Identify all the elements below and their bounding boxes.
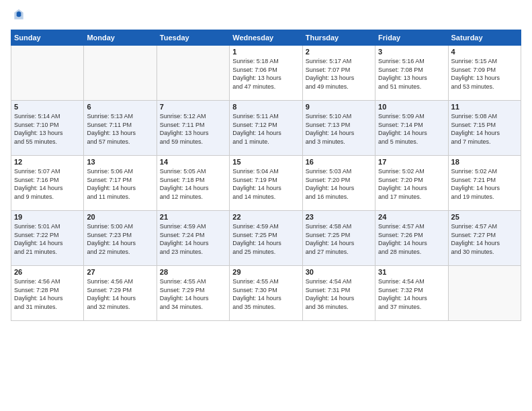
calendar-cell: 6Sunrise: 5:13 AMSunset: 7:11 PMDaylight… [84,101,157,156]
week-row-3: 19Sunrise: 5:01 AMSunset: 7:22 PMDayligh… [11,211,521,266]
day-info: Sunrise: 5:11 AMSunset: 7:12 PMDaylight:… [232,112,299,146]
calendar-cell: 21Sunrise: 4:59 AMSunset: 7:24 PMDayligh… [157,211,229,266]
day-number: 7 [160,103,226,111]
day-number: 17 [378,158,445,166]
week-row-2: 12Sunrise: 5:07 AMSunset: 7:16 PMDayligh… [11,156,521,211]
calendar-cell: 9Sunrise: 5:10 AMSunset: 7:13 PMDaylight… [302,101,375,156]
day-number: 10 [378,103,445,111]
calendar-cell [84,46,157,101]
calendar-page: SundayMondayTuesdayWednesdayThursdayFrid… [0,0,532,411]
calendar-cell: 22Sunrise: 4:59 AMSunset: 7:25 PMDayligh… [230,211,302,266]
calendar-cell: 7Sunrise: 5:12 AMSunset: 7:11 PMDaylight… [157,101,229,156]
weekday-header-saturday: Saturday [448,30,521,46]
day-number: 18 [451,158,518,166]
weekday-header-monday: Monday [84,30,157,46]
calendar-cell: 12Sunrise: 5:07 AMSunset: 7:16 PMDayligh… [11,156,84,211]
day-info: Sunrise: 4:58 AMSunset: 7:25 PMDaylight:… [306,222,372,256]
day-info: Sunrise: 5:06 AMSunset: 7:17 PMDaylight:… [87,167,153,201]
weekday-header-sunday: Sunday [11,30,84,46]
calendar-cell: 16Sunrise: 5:03 AMSunset: 7:20 PMDayligh… [302,156,375,211]
day-number: 6 [87,103,153,111]
day-number: 30 [306,268,372,276]
day-number: 29 [232,268,299,276]
calendar-cell: 25Sunrise: 4:57 AMSunset: 7:27 PMDayligh… [448,211,521,266]
calendar-cell: 4Sunrise: 5:15 AMSunset: 7:09 PMDaylight… [448,46,521,101]
weekday-header-row: SundayMondayTuesdayWednesdayThursdayFrid… [11,30,521,46]
calendar-cell: 18Sunrise: 5:02 AMSunset: 7:21 PMDayligh… [448,156,521,211]
day-info: Sunrise: 4:57 AMSunset: 7:27 PMDaylight:… [451,222,518,256]
day-info: Sunrise: 5:13 AMSunset: 7:11 PMDaylight:… [87,112,153,146]
calendar-cell: 15Sunrise: 5:04 AMSunset: 7:19 PMDayligh… [230,156,302,211]
calendar-cell: 28Sunrise: 4:55 AMSunset: 7:29 PMDayligh… [157,266,229,321]
calendar-cell: 10Sunrise: 5:09 AMSunset: 7:14 PMDayligh… [375,101,448,156]
day-info: Sunrise: 5:02 AMSunset: 7:20 PMDaylight:… [378,167,445,201]
calendar-cell: 26Sunrise: 4:56 AMSunset: 7:28 PMDayligh… [11,266,84,321]
day-number: 14 [160,158,226,166]
day-info: Sunrise: 4:54 AMSunset: 7:32 PMDaylight:… [378,277,445,311]
week-row-0: 1Sunrise: 5:18 AMSunset: 7:06 PMDaylight… [11,46,521,101]
calendar-cell: 5Sunrise: 5:14 AMSunset: 7:10 PMDaylight… [11,101,84,156]
day-number: 1 [232,48,299,56]
day-number: 5 [14,103,81,111]
calendar-cell: 20Sunrise: 5:00 AMSunset: 7:23 PMDayligh… [84,211,157,266]
day-info: Sunrise: 5:18 AMSunset: 7:06 PMDaylight:… [232,57,299,91]
day-number: 8 [232,103,299,111]
day-info: Sunrise: 5:05 AMSunset: 7:18 PMDaylight:… [160,167,226,201]
calendar-cell: 31Sunrise: 4:54 AMSunset: 7:32 PMDayligh… [375,266,448,321]
day-number: 22 [232,213,299,221]
day-number: 31 [378,268,445,276]
day-info: Sunrise: 5:08 AMSunset: 7:15 PMDaylight:… [451,112,518,146]
day-number: 15 [232,158,299,166]
day-number: 24 [378,213,445,221]
day-number: 16 [306,158,372,166]
day-number: 2 [306,48,372,56]
day-info: Sunrise: 5:07 AMSunset: 7:16 PMDaylight:… [14,167,81,201]
day-info: Sunrise: 5:14 AMSunset: 7:10 PMDaylight:… [14,112,81,146]
calendar-cell: 29Sunrise: 4:55 AMSunset: 7:30 PMDayligh… [230,266,302,321]
calendar-cell [11,46,84,101]
calendar-cell: 8Sunrise: 5:11 AMSunset: 7:12 PMDaylight… [230,101,302,156]
day-info: Sunrise: 5:04 AMSunset: 7:19 PMDaylight:… [232,167,299,201]
day-info: Sunrise: 5:12 AMSunset: 7:11 PMDaylight:… [160,112,226,146]
calendar-cell: 27Sunrise: 4:56 AMSunset: 7:29 PMDayligh… [84,266,157,321]
day-info: Sunrise: 4:56 AMSunset: 7:28 PMDaylight:… [14,277,81,311]
day-number: 28 [160,268,226,276]
day-number: 26 [14,268,81,276]
day-number: 20 [87,213,153,221]
calendar-cell: 19Sunrise: 5:01 AMSunset: 7:22 PMDayligh… [11,211,84,266]
weekday-header-friday: Friday [375,30,448,46]
logo-icon [12,8,26,21]
day-number: 27 [87,268,153,276]
calendar-cell [157,46,229,101]
logo [11,8,26,24]
calendar-cell: 14Sunrise: 5:05 AMSunset: 7:18 PMDayligh… [157,156,229,211]
calendar-cell: 24Sunrise: 4:57 AMSunset: 7:26 PMDayligh… [375,211,448,266]
calendar-cell: 3Sunrise: 5:16 AMSunset: 7:08 PMDaylight… [375,46,448,101]
day-number: 11 [451,103,518,111]
day-number: 4 [451,48,518,56]
day-info: Sunrise: 4:57 AMSunset: 7:26 PMDaylight:… [378,222,445,256]
day-number: 25 [451,213,518,221]
calendar-cell [448,266,521,321]
day-number: 19 [14,213,81,221]
day-number: 12 [14,158,81,166]
day-info: Sunrise: 5:02 AMSunset: 7:21 PMDaylight:… [451,167,518,201]
day-info: Sunrise: 5:09 AMSunset: 7:14 PMDaylight:… [378,112,445,146]
day-info: Sunrise: 5:00 AMSunset: 7:23 PMDaylight:… [87,222,153,256]
day-info: Sunrise: 4:55 AMSunset: 7:30 PMDaylight:… [232,277,299,311]
day-number: 9 [306,103,372,111]
calendar-table: SundayMondayTuesdayWednesdayThursdayFrid… [11,30,521,321]
day-info: Sunrise: 5:17 AMSunset: 7:07 PMDaylight:… [306,57,372,91]
day-number: 23 [306,213,372,221]
day-info: Sunrise: 4:55 AMSunset: 7:29 PMDaylight:… [160,277,226,311]
day-info: Sunrise: 5:03 AMSunset: 7:20 PMDaylight:… [306,167,372,201]
week-row-1: 5Sunrise: 5:14 AMSunset: 7:10 PMDaylight… [11,101,521,156]
weekday-header-wednesday: Wednesday [230,30,302,46]
day-info: Sunrise: 4:54 AMSunset: 7:31 PMDaylight:… [306,277,372,311]
header [11,8,521,24]
day-info: Sunrise: 4:59 AMSunset: 7:25 PMDaylight:… [232,222,299,256]
day-info: Sunrise: 5:16 AMSunset: 7:08 PMDaylight:… [378,57,445,91]
weekday-header-thursday: Thursday [302,30,375,46]
day-info: Sunrise: 5:01 AMSunset: 7:22 PMDaylight:… [14,222,81,256]
day-info: Sunrise: 4:56 AMSunset: 7:29 PMDaylight:… [87,277,153,311]
